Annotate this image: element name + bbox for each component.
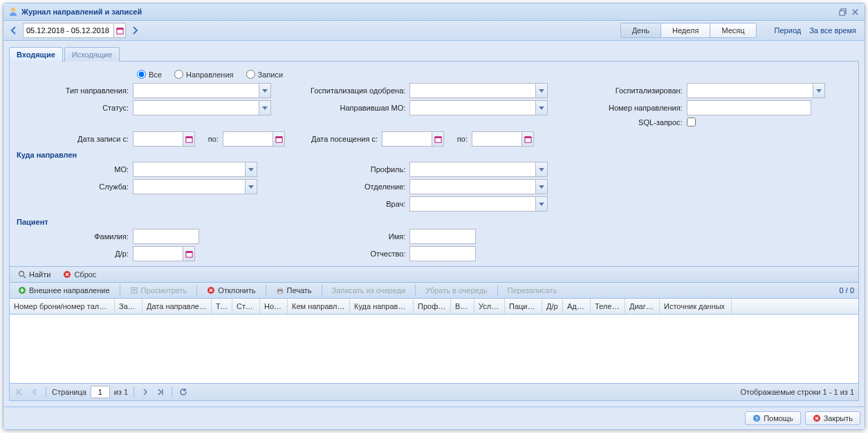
filter-radio-group: Все Направления Записи [137, 70, 853, 79]
grid-col-header[interactable]: Номер брони/номер талона ЭО [10, 299, 115, 314]
external-direction-button[interactable]: Внешнее направление [14, 285, 114, 296]
calendar-trigger-icon[interactable] [113, 24, 125, 37]
grid-col-header[interactable]: Адрес [563, 299, 591, 314]
doctor-combo[interactable] [409, 196, 548, 212]
help-button[interactable]: ?Помощь [745, 411, 801, 425]
grid-col-header[interactable]: Тип [212, 299, 232, 314]
page-input[interactable] [91, 386, 110, 398]
grid-col-header[interactable]: Дата направления [142, 299, 212, 314]
radio-records[interactable]: Записи [246, 70, 284, 79]
grid-col-header[interactable]: Куда направлен [350, 299, 414, 314]
svg-rect-20 [133, 290, 136, 291]
chevron-down-icon[interactable] [245, 180, 257, 194]
grid-col-header[interactable]: Профиль [414, 299, 451, 314]
tab-outgoing[interactable]: Исходящие [64, 47, 120, 62]
dob-field[interactable] [133, 246, 195, 261]
grid-col-header[interactable]: Статус [232, 299, 260, 314]
chevron-down-icon[interactable] [259, 101, 270, 115]
referring-mo-label: Направившая МО: [299, 104, 409, 112]
close-button[interactable]: Закрыть [805, 411, 860, 425]
svg-rect-2 [840, 10, 844, 15]
chevron-down-icon[interactable] [259, 84, 270, 97]
visit-to-date[interactable] [472, 131, 534, 147]
seg-month[interactable]: Месяц [710, 24, 755, 37]
grid-col-header[interactable]: Диагноз [625, 299, 660, 314]
calendar-icon[interactable] [432, 132, 443, 146]
calendar-icon[interactable] [273, 132, 284, 146]
profile-combo[interactable] [409, 162, 548, 177]
firstname-label: Имя: [299, 232, 409, 241]
chevron-down-icon[interactable] [535, 101, 547, 115]
type-combo[interactable] [133, 83, 271, 98]
last-page-icon[interactable] [155, 386, 166, 398]
status-combo[interactable] [133, 100, 271, 115]
to-queue-button[interactable]: Убрать в очередь [421, 285, 492, 296]
reset-button[interactable]: Сброс [59, 269, 100, 280]
seg-day[interactable]: День [621, 24, 661, 37]
from-queue-button[interactable]: Записать из очереди [328, 285, 410, 296]
prev-page-icon[interactable] [29, 386, 40, 398]
visit-from-date[interactable] [382, 131, 444, 147]
period-link[interactable]: Период [775, 26, 802, 35]
hosp-approved-label: Госпитализация одобрена: [299, 86, 409, 95]
chevron-down-icon[interactable] [245, 162, 257, 176]
next-page-icon[interactable] [140, 386, 151, 398]
grid-col-header[interactable]: Запись [115, 299, 142, 314]
patronymic-label: Отчество: [299, 250, 409, 258]
rec-to-date[interactable] [223, 131, 285, 147]
chevron-down-icon[interactable] [813, 84, 824, 97]
find-button[interactable]: Найти [14, 269, 55, 280]
doctor-label: Врач: [299, 200, 409, 208]
chevron-down-icon[interactable] [535, 84, 547, 97]
svg-point-0 [11, 8, 15, 12]
hospitalized-combo[interactable] [687, 83, 825, 98]
view-button[interactable]: Просмотреть [126, 285, 192, 296]
reject-button[interactable]: Отклонить [203, 285, 259, 296]
patronymic-field[interactable] [409, 246, 476, 261]
seg-week[interactable]: Неделя [661, 24, 710, 37]
tab-incoming[interactable]: Входящие [9, 47, 63, 62]
referring-mo-combo[interactable] [409, 100, 548, 115]
date-range-field[interactable] [23, 23, 126, 38]
chevron-down-icon[interactable] [535, 180, 547, 194]
department-combo[interactable] [409, 179, 548, 194]
close-icon[interactable] [850, 7, 860, 17]
hosp-approved-combo[interactable] [409, 83, 548, 98]
grid-col-header[interactable]: Врач [451, 299, 474, 314]
calendar-icon[interactable] [183, 247, 194, 261]
grid-col-header[interactable]: Источник данных [660, 299, 732, 314]
firstname-field[interactable] [409, 229, 476, 244]
restore-icon[interactable] [838, 7, 848, 17]
chevron-down-icon[interactable] [535, 162, 547, 176]
mo-combo[interactable] [133, 162, 257, 177]
next-arrow-icon[interactable] [129, 24, 141, 37]
grid-col-header[interactable]: Д/р [542, 299, 563, 314]
lastname-field[interactable] [133, 229, 199, 244]
grid-col-header[interactable]: Телефон [591, 299, 625, 314]
grid-col-header[interactable]: Услуга [474, 299, 505, 314]
print-button[interactable]: Печать [272, 285, 316, 296]
direction-no-field[interactable] [687, 100, 811, 115]
mo-label: МО: [15, 165, 133, 174]
calendar-icon[interactable] [183, 132, 194, 146]
radio-directions[interactable]: Направления [174, 70, 234, 79]
service-combo[interactable] [133, 179, 257, 194]
rebook-button[interactable]: Перезаписать [504, 285, 561, 296]
sql-checkbox[interactable] [687, 118, 696, 127]
grid-body[interactable] [9, 315, 859, 384]
svg-rect-6 [185, 136, 192, 138]
rec-from-date[interactable] [133, 131, 195, 147]
row-counter: 0 / 0 [840, 286, 854, 295]
chevron-down-icon[interactable] [535, 197, 547, 211]
refresh-icon[interactable] [178, 386, 189, 398]
first-page-icon[interactable] [14, 386, 25, 398]
all-time-link[interactable]: За все время [809, 26, 856, 35]
filter-panel: Все Направления Записи Тип направления: … [9, 61, 859, 267]
grid-col-header[interactable]: Пациент [505, 299, 542, 314]
grid-col-header[interactable]: Номер [260, 299, 288, 314]
prev-arrow-icon[interactable] [8, 24, 20, 37]
grid-col-header[interactable]: Кем направлен [288, 299, 350, 314]
calendar-icon[interactable] [521, 132, 533, 146]
radio-all[interactable]: Все [137, 70, 162, 79]
date-range-input[interactable] [24, 25, 113, 36]
